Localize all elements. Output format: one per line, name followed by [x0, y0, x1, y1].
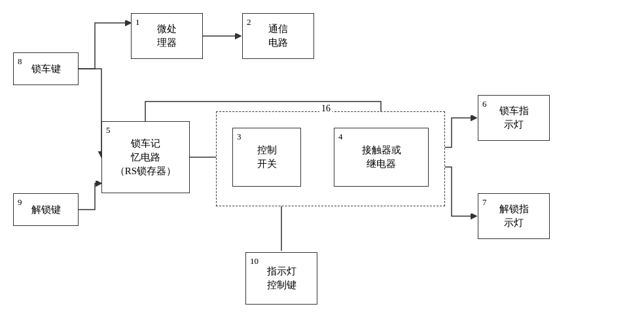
box-8-lock-key: 8 锁车键 [13, 52, 79, 85]
box-5-memory-circuit: 5 锁车记忆电路（RS锁存器） [101, 121, 190, 193]
box-6-label: 锁车指示灯 [499, 104, 529, 132]
box-2-comm-circuit: 2 通信电路 [242, 13, 314, 59]
box-9-label: 解锁键 [31, 203, 61, 217]
box-1-microprocessor: 1 微处理器 [131, 13, 203, 59]
box-9-unlock-key: 9 解锁键 [13, 193, 79, 226]
label-16: 16 [319, 103, 332, 114]
box-4-num: 4 [338, 131, 343, 143]
box-8-label: 锁车键 [31, 62, 61, 76]
box-10-num: 10 [250, 255, 259, 267]
box-2-num: 2 [247, 16, 251, 28]
box-7-label: 解锁指示灯 [499, 202, 529, 230]
box-3-label: 控制开关 [257, 143, 277, 171]
box-8-num: 8 [18, 56, 22, 67]
box-3-control-switch: 3 控制开关 [232, 128, 301, 187]
box-5-num: 5 [106, 124, 111, 136]
box-2-label: 通信电路 [268, 22, 288, 50]
box-7-unlock-indicator: 7 解锁指示灯 [478, 193, 550, 239]
box-9-num: 9 [18, 196, 22, 208]
box-5-label: 锁车记忆电路（RS锁存器） [115, 137, 176, 178]
box-3-num: 3 [237, 131, 241, 143]
box-10-label: 指示灯控制键 [267, 265, 296, 292]
box-1-label: 微处理器 [157, 22, 177, 50]
box-4-label: 接触器或继电器 [362, 143, 401, 171]
box-1-num: 1 [135, 16, 140, 28]
box-7-num: 7 [482, 196, 487, 208]
box-6-lock-indicator: 6 锁车指示灯 [478, 95, 550, 141]
diagram: 1 微处理器 2 通信电路 8 锁车键 9 解锁键 5 锁车记忆电路（RS锁存器… [0, 0, 644, 336]
box-10-indicator-control: 10 指示灯控制键 [245, 252, 317, 305]
box-6-num: 6 [482, 98, 487, 110]
box-4-contactor: 4 接触器或继电器 [334, 128, 429, 187]
